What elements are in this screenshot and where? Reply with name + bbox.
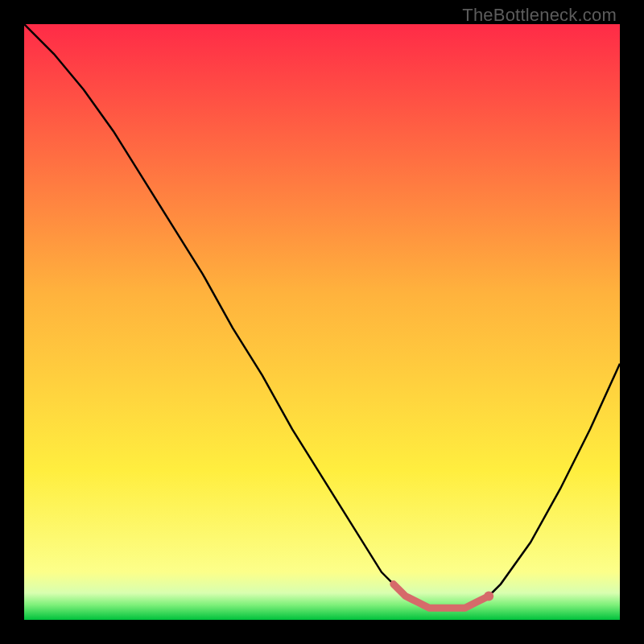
svg-point-1 <box>484 591 493 601</box>
watermark-text: TheBottleneck.com <box>462 5 617 26</box>
bottleneck-curve <box>24 24 620 620</box>
chart-area <box>24 24 620 620</box>
